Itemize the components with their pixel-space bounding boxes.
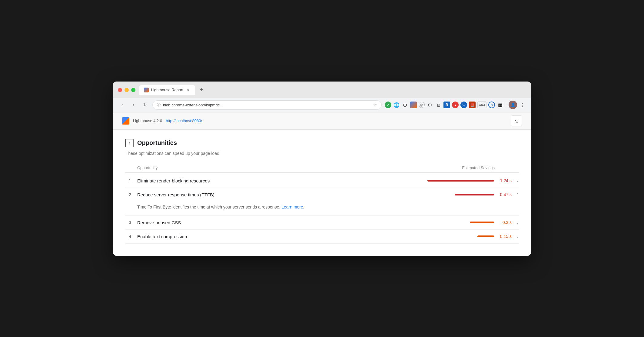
savings-value-2: 0.47 s [496,192,512,197]
active-tab[interactable]: Lighthouse Report × [139,85,195,95]
savings-bar-container-1: 1.24 s [427,178,512,183]
col-savings-header: Estimated Savings [422,165,519,170]
tab-favicon [144,88,149,92]
opp-title-1: Eliminate render-blocking resources [137,178,210,183]
tab-strip: Lighthouse Report × + [139,85,206,95]
close-button[interactable] [118,88,122,92]
ext-green-check[interactable]: ✓ [385,102,391,108]
opp-title-3: Remove unused CSS [137,220,181,225]
ext-globe[interactable]: 🌐 [393,102,400,108]
extensions-area: ✓ 🌐 ⏻ ◎ ⚙ 🖥 B ● 🛡 📕 CRX ⊙ ▦ 👤 ⋮ [385,101,526,109]
section-header: ↑ Opportunities [125,139,519,147]
section-title: Opportunities [137,139,177,146]
savings-bar-4 [477,235,494,237]
ext-bold[interactable]: B [443,102,450,108]
opp-left-2: 2 Reduce server response times (TTFB) [125,192,422,197]
share-button[interactable]: ⎗ [511,115,522,126]
ext-red-circle[interactable]: ● [452,102,459,108]
tab-close-button[interactable]: × [186,88,191,92]
opportunity-row-3: 3 Remove unused CSS 0.3 s ⌄ [125,216,519,230]
opp-number-2: 2 [125,192,131,197]
savings-value-3: 0.3 s [496,220,512,225]
navigation-bar: ‹ › ↻ ⓘ blob:chrome-extension://blipmdc.… [113,98,531,112]
traffic-lights [118,88,135,92]
ext-power[interactable]: ⏻ [402,102,408,108]
lighthouse-sub-header: Lighthouse 4.2.0 http://localhost:8080/ … [113,112,531,130]
bookmark-button[interactable]: ☆ [373,102,377,107]
ext-circle[interactable]: ◎ [419,102,425,108]
savings-bar-container-2: 0.47 s [455,192,512,197]
learn-more-link-2[interactable]: Learn more [281,205,303,209]
maximize-button[interactable] [131,88,135,92]
opp-right-1: 1.24 s ⌄ [422,178,519,183]
opp-title-4: Enable text compression [137,234,187,239]
savings-bar-2 [455,194,494,195]
opportunities-icon: ↑ [125,139,134,147]
new-tab-button[interactable]: + [197,85,206,95]
opp-title-2: Reduce server response times (TTFB) [137,192,214,197]
expand-icon-3[interactable]: ⌄ [516,220,519,225]
opportunity-row-4: 4 Enable text compression 0.15 s ⌄ [125,230,519,244]
ext-monitor[interactable]: 🖥 [435,102,442,108]
opp-number-4: 4 [125,234,131,239]
expansion-text-2: Time To First Byte identifies the time a… [137,205,280,209]
ext-book[interactable]: 📕 [469,102,476,108]
section-description: These optimizations can speed up your pa… [126,151,519,156]
refresh-button[interactable]: ↻ [141,101,149,109]
opp-right-4: 0.15 s ⌄ [422,234,519,239]
opp-right-3: 0.3 s ⌄ [422,220,519,225]
ext-blue-circle[interactable]: ⊙ [488,102,495,108]
ext-grid[interactable]: ▦ [497,102,503,108]
security-icon: ⓘ [157,102,161,108]
profile-avatar[interactable]: 👤 [509,101,517,109]
lighthouse-url[interactable]: http://localhost:8080/ [166,118,202,123]
opp-number-1: 1 [125,178,131,183]
savings-bar-container-4: 0.15 s [477,234,512,239]
ext-lighthouse[interactable] [410,102,417,108]
tab-title: Lighthouse Report [151,88,183,92]
share-icon: ⎗ [515,118,518,124]
lighthouse-version: Lighthouse 4.2.0 [133,118,162,123]
opp-right-2: 0.47 s ⌃ [422,192,519,197]
back-button[interactable]: ‹ [118,101,126,109]
expand-icon-2[interactable]: ⌃ [516,192,519,197]
minimize-button[interactable] [124,88,129,92]
opportunity-row-1: 1 Eliminate render-blocking resources 1.… [125,174,519,188]
address-bar[interactable]: ⓘ blob:chrome-extension://blipmdc... ☆ [152,100,382,110]
ext-crx[interactable]: CRX [477,102,486,108]
nav-divider [506,102,506,108]
browser-window: Lighthouse Report × + ‹ › ↻ ⓘ blob:chrom… [113,82,531,256]
ext-settings[interactable]: ⚙ [427,102,433,108]
savings-value-1: 1.24 s [496,178,512,183]
opp-left-1: 1 Eliminate render-blocking resources [125,178,422,183]
savings-bar-3 [470,222,494,223]
opportunity-row-2: 2 Reduce server response times (TTFB) 0.… [125,188,519,202]
savings-bar-container-3: 0.3 s [470,220,512,225]
ext-shield[interactable]: 🛡 [460,102,467,108]
expand-icon-1[interactable]: ⌄ [516,179,519,183]
opp-left-3: 3 Remove unused CSS [125,220,422,225]
main-content: ↑ Opportunities These optimizations can … [113,130,531,256]
opp-number-3: 3 [125,220,131,225]
table-header: Opportunity Estimated Savings [125,163,519,173]
lighthouse-logo [122,117,129,125]
expansion-content-2: Time To First Byte identifies the time a… [125,202,519,216]
opp-left-4: 4 Enable text compression [125,234,422,239]
url-text: blob:chrome-extension://blipmdc... [163,103,371,107]
menu-button[interactable]: ⋮ [519,101,526,109]
col-opportunity-header: Opportunity [125,165,422,170]
expand-icon-4[interactable]: ⌄ [516,234,519,239]
savings-bar-1 [427,180,494,182]
savings-value-4: 0.15 s [496,234,512,239]
title-bar: Lighthouse Report × + [113,82,531,98]
forward-button[interactable]: › [129,101,138,109]
